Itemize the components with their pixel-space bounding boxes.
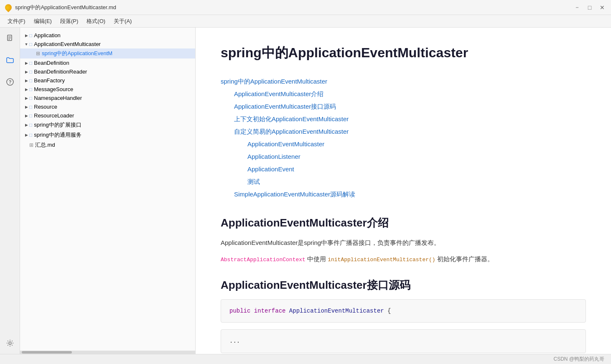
tree-item-extension[interactable]: □ spring中的扩展接口 bbox=[20, 120, 195, 130]
folder-icon-application: □ bbox=[29, 33, 32, 38]
tree-arrow-aem bbox=[23, 41, 29, 47]
title-bar-controls: － □ ✕ bbox=[573, 4, 606, 11]
activity-settings[interactable] bbox=[3, 336, 17, 350]
tree-item-beandefinitionreader[interactable]: □ BeanDefinitionReader bbox=[20, 67, 195, 76]
activity-help[interactable]: ? bbox=[3, 75, 17, 89]
toc-aem[interactable]: ApplicationEventMulticaster bbox=[221, 138, 586, 150]
tree-arrow-common bbox=[23, 132, 29, 138]
tree-label-namespacehandler: NamespaceHandler bbox=[34, 95, 82, 101]
tree-arrow-extension bbox=[23, 122, 29, 128]
menu-format[interactable]: 格式(O) bbox=[82, 16, 109, 27]
table-of-contents: spring中的ApplicationEventMulticaster Appl… bbox=[221, 75, 586, 201]
toc-listener[interactable]: ApplicationListener bbox=[221, 150, 586, 163]
section1-body2: AbstractApplicationContext 中使用 initAppli… bbox=[221, 253, 586, 265]
file-icon-summary: ⊞ bbox=[29, 142, 33, 148]
toc-source[interactable]: ApplicationEventMulticaster接口源码 bbox=[221, 100, 586, 113]
abstract-context-link[interactable]: AbstractApplicationContext bbox=[221, 257, 306, 263]
folder-icon-common: □ bbox=[29, 132, 32, 138]
folder-icon-beanfactory: □ bbox=[29, 78, 32, 84]
tree-label-messagesource: MessageSource bbox=[34, 86, 73, 92]
code-keyword-public: public bbox=[229, 308, 250, 314]
tree-item-common[interactable]: □ spring中的通用服务 bbox=[20, 130, 195, 140]
activity-folder[interactable] bbox=[3, 53, 17, 67]
folder-icon-beandefinition: □ bbox=[29, 60, 32, 66]
tree-item-beanfactory[interactable]: □ BeanFactory bbox=[20, 76, 195, 85]
status-text: CSDN @鸭梨的药丸哥 bbox=[553, 356, 604, 363]
svg-point-6 bbox=[9, 342, 11, 344]
toc-simple[interactable]: SimpleApplicationEventMulticaster源码解读 bbox=[221, 188, 586, 201]
tree-label-beanfactory: BeanFactory bbox=[34, 77, 65, 84]
activity-file[interactable] bbox=[3, 32, 17, 45]
menu-about[interactable]: 关于(A) bbox=[109, 16, 136, 27]
tree-arrow-namespacehandler bbox=[23, 95, 29, 101]
tree-arrow-messagesource bbox=[23, 87, 29, 92]
tree-item-resourceloader[interactable]: □ ResourceLoader bbox=[20, 111, 195, 120]
tree-item-resource[interactable]: □ Resource bbox=[20, 102, 195, 111]
app-icon bbox=[4, 3, 13, 12]
tree-arrow-beandefinition bbox=[23, 60, 29, 66]
tree-item-messagesource[interactable]: □ MessageSource bbox=[20, 85, 195, 94]
activity-bar: ? bbox=[0, 28, 20, 354]
toc-event[interactable]: ApplicationEvent bbox=[221, 163, 586, 176]
code-block-2: ... bbox=[221, 329, 586, 353]
file-tree: □ Application □ ApplicationEventMulticas… bbox=[20, 28, 195, 351]
tree-item-summary[interactable]: ⊞ 汇总.md bbox=[20, 140, 195, 150]
tree-label-summary: 汇总.md bbox=[35, 141, 55, 149]
tree-item-aem[interactable]: □ ApplicationEventMulticaster bbox=[20, 40, 195, 48]
section1-body: ApplicationEventMulticaster是spring中事件广播器… bbox=[221, 237, 586, 248]
tree-arrow-resourceloader bbox=[23, 113, 29, 119]
folder-icon-namespacehandler: □ bbox=[29, 95, 32, 101]
code-block-1: public interface ApplicationEventMultica… bbox=[221, 299, 586, 323]
menu-paragraph[interactable]: 段落(P) bbox=[56, 16, 82, 27]
toc-init[interactable]: 上下文初始化ApplicationEventMulticaster bbox=[221, 113, 586, 125]
code-brace: { bbox=[387, 308, 391, 314]
sidebar-scroll-thumb[interactable] bbox=[22, 351, 72, 354]
tree-label-common: spring中的通用服务 bbox=[34, 131, 81, 139]
section1-body-text: ApplicationEventMulticaster是spring中事件广播器… bbox=[221, 239, 440, 246]
code-keyword-interface: interface bbox=[254, 308, 286, 314]
toc-intro[interactable]: ApplicationEventMulticaster介绍 bbox=[221, 88, 586, 100]
tree-label-aem: ApplicationEventMulticaster bbox=[34, 41, 101, 47]
sidebar: □ Application □ ApplicationEventMulticas… bbox=[20, 28, 196, 354]
folder-icon-messagesource: □ bbox=[29, 87, 32, 92]
tree-item-beandefinition[interactable]: □ BeanDefinition bbox=[20, 59, 195, 67]
code-class-name: ApplicationEventMulticaster bbox=[289, 308, 384, 314]
tree-item-aem-file[interactable]: ⊞ spring中的ApplicationEventM bbox=[20, 48, 195, 59]
section1-body2-suffix: 初始化事件广播器。 bbox=[437, 255, 494, 262]
main-layout: ? □ Application □ ApplicationEventMulti bbox=[0, 28, 611, 354]
tree-label-application: Application bbox=[34, 32, 61, 38]
menu-bar: 文件(F) 编辑(E) 段落(P) 格式(O) 关于(A) bbox=[0, 15, 611, 28]
menu-file[interactable]: 文件(F) bbox=[3, 16, 30, 27]
tree-label-aem-file: spring中的ApplicationEventM bbox=[42, 50, 112, 57]
tree-arrow-application bbox=[23, 33, 29, 38]
tree-label-beandefinition: BeanDefinition bbox=[34, 60, 69, 66]
folder-icon-extension: □ bbox=[29, 122, 32, 128]
tree-item-application[interactable]: □ Application bbox=[20, 31, 195, 40]
maximize-button[interactable]: □ bbox=[586, 4, 593, 11]
minimize-button[interactable]: － bbox=[573, 4, 581, 11]
folder-icon-resourceloader: □ bbox=[29, 113, 32, 119]
toc-custom[interactable]: 自定义简易的ApplicationEventMulticaster bbox=[221, 125, 586, 138]
status-bar: CSDN @鸭梨的药丸哥 bbox=[0, 354, 611, 364]
svg-text:?: ? bbox=[8, 79, 11, 84]
tree-item-namespacehandler[interactable]: □ NamespaceHandler bbox=[20, 94, 195, 102]
tree-arrow-beandefinitionreader bbox=[23, 69, 29, 75]
tree-arrow-beanfactory bbox=[23, 78, 29, 84]
file-icon-aem: ⊞ bbox=[36, 51, 40, 56]
close-button[interactable]: ✕ bbox=[598, 4, 606, 11]
tree-label-resource: Resource bbox=[34, 104, 57, 110]
tree-arrow-resource bbox=[23, 104, 29, 110]
toc-test[interactable]: 测试 bbox=[221, 176, 586, 188]
title-bar-text: spring中的ApplicationEventMulticaster.md bbox=[15, 4, 573, 11]
tree-label-resourceloader: ResourceLoader bbox=[34, 112, 74, 119]
section2-title: ApplicationEventMulticaster接口源码 bbox=[221, 278, 586, 293]
document-title: spring中的ApplicationEventMulticaster bbox=[221, 44, 586, 62]
section1-title: ApplicationEventMulticaster介绍 bbox=[221, 216, 586, 230]
sidebar-scrollbar[interactable] bbox=[20, 351, 195, 354]
menu-edit[interactable]: 编辑(E) bbox=[30, 16, 56, 27]
section1-body2-mid: 中使用 bbox=[307, 255, 326, 262]
tree-label-extension: spring中的扩展接口 bbox=[34, 121, 81, 129]
toc-top[interactable]: spring中的ApplicationEventMulticaster bbox=[221, 75, 586, 88]
title-bar: spring中的ApplicationEventMulticaster.md －… bbox=[0, 0, 611, 15]
content-area[interactable]: spring中的ApplicationEventMulticaster spri… bbox=[196, 28, 611, 354]
